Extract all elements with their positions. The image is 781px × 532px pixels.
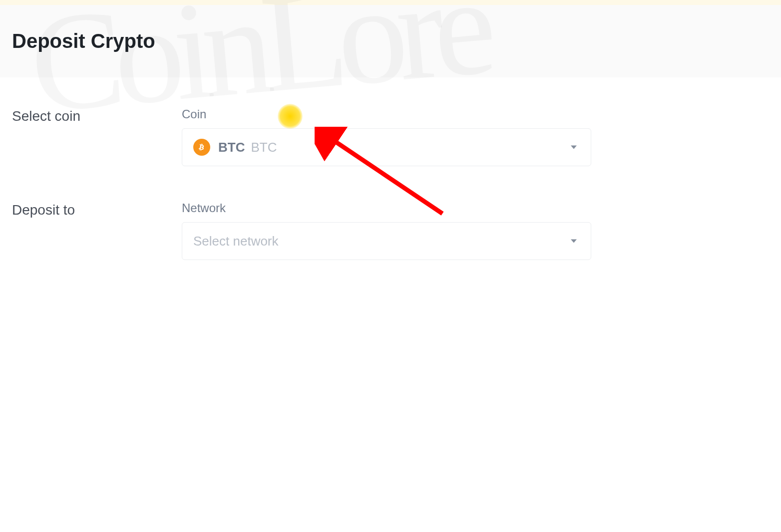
select-coin-label: Select coin: [12, 107, 182, 124]
coin-selected-name: BTC: [251, 140, 277, 155]
page-title: Deposit Crypto: [12, 30, 769, 52]
deposit-to-row: Deposit to Network Select network: [12, 201, 769, 260]
network-field-wrap: Network Select network: [182, 201, 591, 260]
select-coin-row: Select coin Coin BTC BTC: [12, 107, 769, 166]
network-placeholder: Select network: [193, 234, 279, 249]
chevron-down-icon: [571, 146, 577, 149]
top-accent-strip: [0, 0, 781, 5]
coin-selected-symbol: BTC: [218, 140, 245, 155]
coin-field-wrap: Coin BTC BTC: [182, 107, 591, 166]
deposit-to-label: Deposit to: [12, 201, 182, 218]
coin-field-label: Coin: [182, 107, 591, 121]
network-select[interactable]: Select network: [182, 222, 591, 260]
network-field-label: Network: [182, 201, 591, 215]
page-header: Deposit Crypto: [0, 5, 781, 77]
bitcoin-icon: [193, 139, 210, 156]
form-content: Select coin Coin BTC BTC Deposit to Netw…: [0, 77, 781, 260]
chevron-down-icon: [571, 240, 577, 243]
coin-select[interactable]: BTC BTC: [182, 128, 591, 166]
